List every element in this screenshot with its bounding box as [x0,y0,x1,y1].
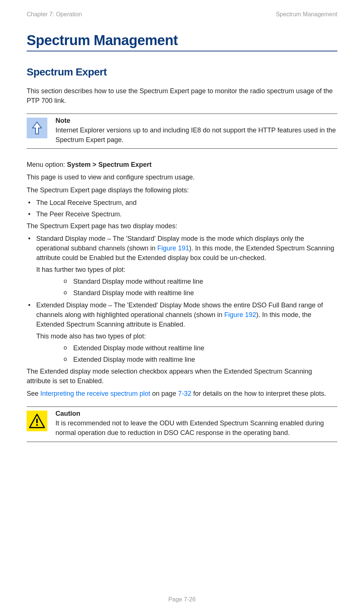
std-sub-lead: It has further two types of plot: [36,265,337,274]
paragraph-plots: The Spectrum Expert page displays the fo… [27,185,337,195]
figure-191-link[interactable]: Figure 191 [157,244,189,252]
menu-option-label: Menu option: [27,161,67,168]
note-text: Internet Explorer versions up to and inc… [55,125,337,145]
note-body: Note Internet Explorer versions up to an… [55,117,337,145]
note-title: Note [55,117,337,125]
list-item: Extended Display mode with realtime line [62,355,337,364]
list-item: Extended Display mode without realtime l… [62,343,337,353]
ext-sublist: Extended Display mode without realtime l… [62,343,337,364]
intro-paragraph: This section describes how to use the Sp… [27,86,337,105]
list-item: Standard Display mode without realtime l… [62,277,337,286]
page-footer: Page 7-26 [0,596,364,603]
header-right: Spectrum Management [276,11,337,18]
caution-title: Caution [55,410,337,418]
interpreting-link[interactable]: Interpreting the receive spectrum plot [40,390,150,397]
note-box: Note Internet Explorer versions up to an… [27,114,337,149]
caution-text: It is recommended not to leave the ODU w… [55,418,337,438]
paragraph-see: See Interpreting the receive spectrum pl… [27,389,337,398]
header-left: Chapter 7: Operation [27,11,82,18]
figure-192-link[interactable]: Figure 192 [224,311,256,318]
menu-option-line: Menu option: System > Spectrum Expert [27,160,337,169]
heading-rule [27,51,337,51]
caution-body: Caution It is recommended not to leave t… [55,410,337,438]
paragraph-usage: This page is used to view and configure … [27,172,337,182]
ext-sub-lead: This mode also has two types of plot: [36,331,337,341]
paragraph-checkbox: The Extended display mode selection chec… [27,367,337,386]
caution-box: Caution It is recommended not to leave t… [27,406,337,442]
modes-list: Standard Display mode – The 'Standard' D… [27,234,337,364]
list-item: Extended Display mode – The 'Extended' D… [27,300,337,365]
caution-icon [27,411,47,431]
see-mid: on page [150,390,178,397]
list-item: Standard Display mode – The 'Standard' D… [27,234,337,298]
see-post: for details on the how to interpret thes… [191,390,326,397]
page-container: Chapter 7: Operation Spectrum Management… [0,0,364,614]
see-pre: See [27,390,40,397]
list-item: The Local Receive Spectrum, and [27,198,337,208]
std-sublist: Standard Display mode without realtime l… [62,277,337,298]
svg-rect-0 [36,419,38,423]
page-ref-link[interactable]: 7-32 [178,390,191,397]
plots-list: The Local Receive Spectrum, and The Peer… [27,198,337,219]
list-item: The Peer Receive Spectrum. [27,209,337,219]
list-item: Standard Display mode with realtime line [62,288,337,298]
note-icon [27,118,47,138]
page-header: Chapter 7: Operation Spectrum Management [27,11,337,18]
paragraph-modes: The Spectrum Expert page has two display… [27,221,337,231]
menu-option-path: System > Spectrum Expert [67,161,152,168]
svg-rect-1 [36,424,38,426]
heading-2: Spectrum Expert [27,66,337,78]
heading-1: Spectrum Management [27,33,337,48]
